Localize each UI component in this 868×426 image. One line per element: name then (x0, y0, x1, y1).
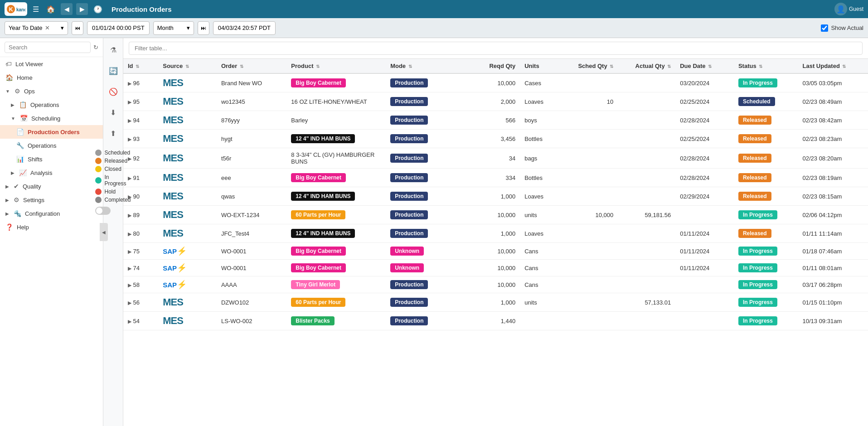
row-expand-button[interactable]: ▶ (128, 81, 131, 87)
col-header-units[interactable]: Units (520, 59, 561, 73)
search-refresh-button[interactable]: ↻ (93, 44, 98, 51)
table-row[interactable]: ▶ 74SAP⚡WO-0001Big Boy CabernetUnknown10… (123, 260, 868, 276)
home-nav-button[interactable]: 🏠 (44, 4, 57, 15)
sidebar-item-home[interactable]: 🏠 Home (0, 71, 103, 84)
block-icon-btn[interactable]: 🚫 (106, 84, 121, 99)
refresh-icon-btn[interactable]: 🔄 (106, 63, 121, 78)
cell-actual-qty (618, 260, 675, 276)
cell-mode: Production (386, 111, 467, 130)
show-actual-container: Show Actual (821, 24, 863, 32)
table-row[interactable]: ▶ 90MESqwas12 4" IND HAM BUNSProduction1… (123, 187, 868, 206)
cell-sched-qty (561, 148, 618, 169)
table-row[interactable]: ▶ 56MESDZWO10260 Parts per HourProductio… (123, 293, 868, 312)
filter-icon-btn[interactable]: ⚗ (106, 43, 121, 57)
sidebar-item-help[interactable]: ❓ Help (0, 220, 103, 234)
col-header-product[interactable]: Product ⇅ (286, 59, 386, 73)
col-header-id[interactable]: Id ⇅ (123, 59, 158, 73)
cell-product: 12 4" IND HAM BUNS (286, 130, 386, 148)
cell-due-date (675, 276, 734, 293)
back-nav-button[interactable]: ◀ (61, 3, 73, 15)
col-header-sched-qty[interactable]: Sched Qty ⇅ (561, 59, 618, 73)
cell-reqd-qty: 10,000 (467, 276, 520, 293)
table-row[interactable]: ▶ 96MESBrand New WOBig Boy CabernetProdu… (123, 73, 868, 92)
chevron-down-icon: ▾ (61, 24, 64, 31)
user-menu[interactable]: 👤 Guest (834, 3, 863, 15)
status-badge: Released (738, 229, 771, 238)
mode-badge: Production (390, 116, 428, 125)
table-filter-area (123, 38, 868, 59)
sidebar-item-shifts[interactable]: 📊 Shifts (0, 152, 103, 166)
table-row[interactable]: ▶ 80MESJFC_Test412 4" IND HAM BUNSProduc… (123, 224, 868, 243)
sidebar-item-configuration[interactable]: ▶ 🔩 Configuration (0, 207, 103, 220)
row-expand-button[interactable]: ▶ (128, 136, 131, 142)
row-expand-button[interactable]: ▶ (128, 99, 131, 105)
content-area: Id ⇅ Source ⇅ Order ⇅ Product ⇅ Mode ⇅ R… (123, 38, 868, 426)
table-row[interactable]: ▶ 93MEShygt12 4" IND HAM BUNSProduction3… (123, 130, 868, 148)
cell-last-updated: 03/05 03:05pm (798, 73, 868, 92)
col-header-reqd-qty[interactable]: Reqd Qty (467, 59, 520, 73)
period-dropdown[interactable]: Month ▾ (153, 21, 194, 35)
cell-reqd-qty: 334 (467, 169, 520, 187)
row-expand-button[interactable]: ▶ (128, 300, 131, 306)
cell-status: In Progress (734, 243, 798, 260)
cell-reqd-qty: 10,000 (467, 260, 520, 276)
col-header-last-updated[interactable]: Last Updated ⇅ (798, 59, 868, 73)
table-row[interactable]: ▶ 94MES876yyyBarleyProduction566boys02/2… (123, 111, 868, 130)
date-start-back-button[interactable]: ⏮ (72, 21, 83, 35)
mode-badge: Production (390, 97, 428, 106)
cell-reqd-qty: 3,456 (467, 130, 520, 148)
start-date-button[interactable]: 01/01/24 00:00 PST (87, 21, 150, 35)
sidebar-item-operations[interactable]: ▶ 📋 Operations (0, 98, 103, 111)
row-expand-button[interactable]: ▶ (128, 319, 131, 324)
table-row[interactable]: ▶ 92MESt56r8 3-3/4" CL (GV) HAMBURGER BU… (123, 148, 868, 169)
col-header-order[interactable]: Order ⇅ (217, 59, 286, 73)
cell-source: MES (158, 92, 217, 111)
col-header-source[interactable]: Source ⇅ (158, 59, 217, 73)
status-badge: In Progress (738, 298, 777, 307)
product-badge: Big Boy Cabernet (291, 263, 346, 272)
col-header-due-date[interactable]: Due Date ⇅ (675, 59, 734, 73)
col-header-status[interactable]: Status ⇅ (734, 59, 798, 73)
cell-sched-qty (561, 260, 618, 276)
col-header-actual-qty[interactable]: Actual Qty ⇅ (618, 59, 675, 73)
sidebar-item-analysis[interactable]: ▶ 📈 Analysis (0, 166, 103, 179)
date-range-dropdown[interactable]: Year To Date ✕ ▾ (5, 21, 68, 35)
table-row[interactable]: ▶ 75SAP⚡WO-0001Big Boy CabernetUnknown10… (123, 243, 868, 260)
sidebar-item-settings[interactable]: ▶ ⚙ Settings (0, 193, 103, 207)
forward-nav-button[interactable]: ▶ (76, 3, 88, 15)
sidebar-item-scheduling[interactable]: ▼ 📅 Scheduling (0, 111, 103, 125)
row-expand-button[interactable]: ▶ (128, 282, 131, 288)
search-input[interactable] (5, 42, 91, 53)
download-icon-btn[interactable]: ⬇ (106, 105, 121, 120)
row-expand-button[interactable]: ▶ (128, 118, 131, 124)
show-actual-checkbox[interactable] (821, 24, 828, 32)
table-row[interactable]: ▶ 89MESWO-EXT-123460 Parts per HourProdu… (123, 206, 868, 224)
col-header-mode[interactable]: Mode ⇅ (386, 59, 467, 73)
table-filter-input[interactable] (129, 42, 863, 55)
sidebar-collapse-button[interactable]: ◀ (100, 223, 103, 241)
row-expand-button[interactable]: ▶ (128, 231, 131, 237)
legend-toggle-switch[interactable] (95, 207, 111, 215)
cell-source: MES (158, 148, 217, 169)
hamburger-menu-button[interactable]: ☰ (31, 4, 41, 15)
table-wrapper: Id ⇅ Source ⇅ Order ⇅ Product ⇅ Mode ⇅ R… (123, 59, 868, 426)
row-expand-button[interactable]: ▶ (128, 266, 131, 271)
table-row[interactable]: ▶ 91MESeeeBig Boy CabernetProduction334B… (123, 169, 868, 187)
cell-due-date: 02/28/2024 (675, 111, 734, 130)
table-row[interactable]: ▶ 95MESwo1234516 OZ LITE-HONEY/WHEATProd… (123, 92, 868, 111)
upload-icon-btn[interactable]: ⬆ (106, 126, 121, 140)
row-expand-button[interactable]: ▶ (128, 249, 131, 255)
sidebar-item-production-orders[interactable]: 📄 Production Orders (0, 125, 103, 139)
table-row[interactable]: ▶ 54MESLS-WO-002Blister PacksProduction1… (123, 312, 868, 330)
date-end-forward-button[interactable]: ⏭ (198, 21, 209, 35)
sidebar-item-operations-sub[interactable]: 🔧 Operations (0, 139, 103, 152)
clear-range-button[interactable]: ✕ (45, 24, 50, 31)
quality-expand-icon: ▶ (5, 184, 9, 189)
end-date-button[interactable]: 04/03/24 20:57 PDT (213, 21, 276, 35)
table-row[interactable]: ▶ 58SAP⚡AAAATiny Girl MerlotProduction10… (123, 276, 868, 293)
clock-nav-button[interactable]: 🕐 (92, 4, 104, 15)
sidebar-item-lot-viewer[interactable]: 🏷 Lot Viewer (0, 57, 103, 71)
sidebar-item-ops[interactable]: ▼ ⚙ Ops (0, 84, 103, 98)
sidebar-item-quality[interactable]: ▶ ✔ Quality (0, 179, 103, 193)
cell-sched-qty: 10,000 (561, 206, 618, 224)
